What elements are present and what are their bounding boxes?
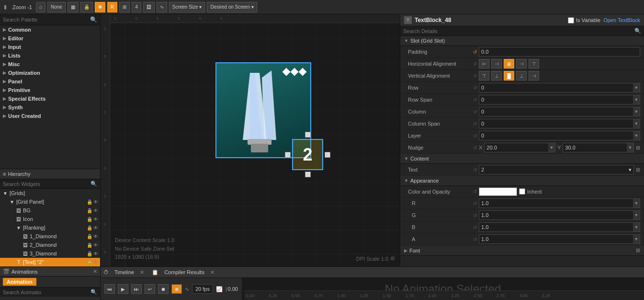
font-section-header[interactable]: ▶ Font ⊞ <box>400 245 644 256</box>
r-btn[interactable]: R <box>107 2 117 12</box>
column-spin-down[interactable]: ▼ <box>633 107 640 116</box>
r-reset[interactable]: ↺ <box>471 201 479 206</box>
lock-btn[interactable]: 🔒 <box>80 2 93 12</box>
slot-section-header[interactable]: ▼ Slot (Grid Slot) <box>400 36 644 46</box>
sidebar-item-misc[interactable]: ▶ Misc <box>0 60 100 69</box>
home-btn[interactable]: ⌂ <box>36 2 45 12</box>
grid-btn[interactable]: ▦ <box>68 2 79 12</box>
tree-item-diamond3[interactable]: 🖼 3_Diamond 🔒 👁 <box>0 249 100 258</box>
canvas-area[interactable]: 100100200 100100 <box>101 14 400 266</box>
nudge-expand-icon[interactable]: ⊞ <box>636 145 640 151</box>
tree-item-icon[interactable]: 🖼 Icon 🔒 👁 <box>0 215 100 223</box>
loop-btn[interactable]: ↩ <box>145 284 155 294</box>
tree-item-diamond1[interactable]: 🖼 1_Diamond 🔒 👁 <box>0 232 100 241</box>
column-span-reset[interactable]: ↺ <box>471 121 479 127</box>
image-btn[interactable]: 🖼 <box>143 2 155 12</box>
visibility-action-icon[interactable]: 👁 <box>93 225 98 231</box>
b-spin-down[interactable]: ▼ <box>633 223 640 231</box>
visibility-action-icon[interactable]: 👁 <box>93 217 98 222</box>
nudge-reset[interactable]: ↺ <box>471 145 479 150</box>
timeline-close-btn[interactable]: ✕ <box>140 269 144 276</box>
canvas-widget[interactable]: 2 ▲ ▼ ◀ ▶ <box>215 62 311 158</box>
lock-action-icon[interactable]: 🔒 <box>87 217 92 222</box>
wave-btn[interactable]: ∿ <box>157 2 167 12</box>
prev-frame-btn[interactable]: ⏮ <box>104 284 115 294</box>
sidebar-item-user-created[interactable]: ▶ User Created <box>0 112 100 120</box>
anim-search-input[interactable] <box>3 289 90 295</box>
visibility-action-icon[interactable]: 👁 <box>93 260 98 265</box>
row-spin-down[interactable]: ▼ <box>633 83 640 92</box>
animations-close-btn[interactable]: ✕ <box>93 268 97 275</box>
row-span-reset[interactable]: ↺ <box>471 97 479 103</box>
v-align-reset[interactable]: ↺ <box>471 73 479 79</box>
tree-item-bg[interactable]: 🖼 BG 🔒 👁 <box>0 206 100 215</box>
visibility-action-icon[interactable]: 👁 <box>93 242 98 248</box>
text-reset[interactable]: ↺ <box>471 167 479 173</box>
table-btn[interactable]: ⊞ <box>119 2 130 12</box>
visibility-action-icon[interactable]: 👁 <box>93 199 98 205</box>
r-spin-down[interactable]: ▼ <box>633 199 640 208</box>
stop-btn[interactable]: ⏹ <box>171 284 182 294</box>
tree-item-ranking[interactable]: ▼ [Ranking] 🔒 👁 <box>0 223 100 232</box>
g-spin-down[interactable]: ▼ <box>633 211 640 219</box>
lock-action-icon[interactable]: 🔒 <box>87 260 92 265</box>
sidebar-item-common[interactable]: ▶ Common <box>0 25 100 34</box>
desired-on-screen-dropdown[interactable]: Desired on Screen ▾ <box>207 2 257 12</box>
a-spin-down[interactable]: ▼ <box>633 235 640 243</box>
row-reset[interactable]: ↺ <box>471 85 479 91</box>
text-expand-icon[interactable]: ⊞ <box>636 167 640 173</box>
align-left-btn[interactable]: ⊢ <box>479 59 489 69</box>
lock-action-icon[interactable]: 🔒 <box>87 251 92 256</box>
compiler-close-btn[interactable]: ✕ <box>210 269 215 276</box>
next-frame-btn[interactable]: ⏭ <box>131 284 142 294</box>
search-palette-input[interactable] <box>3 17 88 23</box>
sidebar-item-optimization[interactable]: ▶ Optimization <box>0 69 100 77</box>
visibility-action-icon[interactable]: 👁 <box>93 234 98 239</box>
padding-input[interactable] <box>479 47 640 57</box>
handle-bottom[interactable]: ▼ <box>305 172 311 177</box>
handle-top[interactable]: ▲ <box>305 132 311 138</box>
align-custom-v-btn[interactable]: ⊣ <box>529 71 539 81</box>
lock-action-icon[interactable]: 🔒 <box>87 199 92 205</box>
row-span-spin-down[interactable]: ▼ <box>633 95 640 104</box>
nudge-y-down[interactable]: ▼ <box>627 143 633 152</box>
sidebar-item-editor[interactable]: ▶ Editor <box>0 34 100 43</box>
sidebar-item-input[interactable]: ▶ Input <box>0 43 100 51</box>
handle-right[interactable]: ▶ <box>325 152 330 158</box>
appearance-section-header[interactable]: ▼ Appearance <box>400 176 644 186</box>
layer-reset[interactable]: ↺ <box>471 133 479 138</box>
sidebar-item-primitive[interactable]: ▶ Primitive <box>0 86 100 94</box>
lock-action-icon[interactable]: 🔒 <box>87 225 92 231</box>
layer-spin-down[interactable]: ▼ <box>633 131 640 140</box>
open-textblock-btn[interactable]: Open TextBlock <box>603 17 640 23</box>
sidebar-item-lists[interactable]: ▶ Lists <box>0 51 100 60</box>
sidebar-item-synth[interactable]: ▶ Synth <box>0 103 100 112</box>
b-reset[interactable]: ↺ <box>471 225 479 230</box>
padding-reset[interactable]: ↺ <box>471 49 479 55</box>
visibility-action-icon[interactable]: 👁 <box>93 208 98 213</box>
a-reset[interactable]: ↺ <box>471 237 479 242</box>
none-btn[interactable]: None <box>47 2 66 12</box>
is-variable-checkbox[interactable] <box>568 17 574 23</box>
align-fill-v-btn[interactable]: █ <box>504 71 514 81</box>
tree-item-gridpanel[interactable]: ▼ [Grid Panel] 🔒 👁 <box>0 197 100 206</box>
animation-btn[interactable]: Animation <box>3 278 36 286</box>
lock-action-icon[interactable]: 🔒 <box>87 234 92 239</box>
align-center-v-btn[interactable]: ⊥ <box>491 71 502 81</box>
lock-action-icon[interactable]: 🔒 <box>87 208 92 213</box>
play-btn[interactable]: ▶ <box>118 284 128 294</box>
sidebar-item-special-effects[interactable]: ▶ Special Effects <box>0 94 100 103</box>
visibility-action-icon[interactable]: 👁 <box>93 251 98 256</box>
details-search-input[interactable] <box>403 28 634 34</box>
sidebar-item-panel[interactable]: ▶ Panel <box>0 77 100 86</box>
align-fill-btn[interactable]: ⊠ <box>504 59 514 69</box>
inherit-checkbox[interactable] <box>519 188 525 195</box>
content-section-header[interactable]: ▼ Content <box>400 154 644 164</box>
color-reset[interactable]: ↺ <box>471 189 479 194</box>
align-top-btn[interactable]: ⊤ <box>479 71 489 81</box>
column-reset[interactable]: ↺ <box>471 109 479 115</box>
tree-item-grids[interactable]: ▼ [Grids] <box>0 189 100 197</box>
align-center-h-btn[interactable]: ⊣ <box>491 59 502 69</box>
screen-size-dropdown[interactable]: Screen Size ▾ <box>169 2 205 12</box>
align-custom-btn[interactable]: ⊤ <box>529 59 539 69</box>
